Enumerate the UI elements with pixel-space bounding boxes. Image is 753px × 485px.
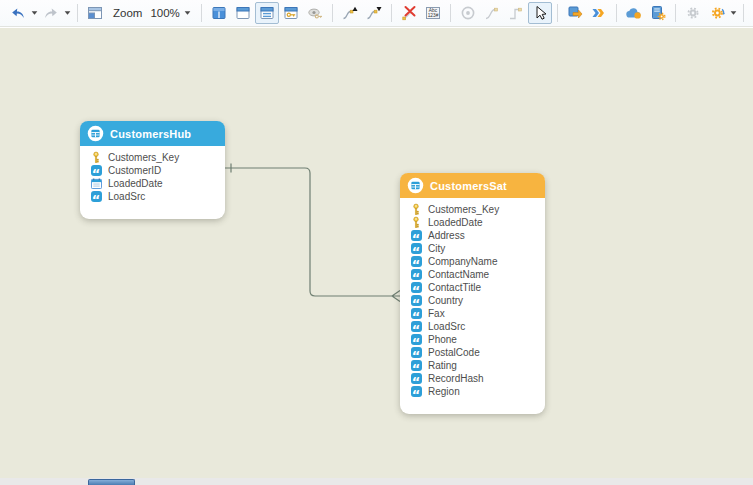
- cloud-sync-button[interactable]: [622, 2, 646, 24]
- entity-view-compact-button[interactable]: [207, 2, 231, 24]
- entity-column-row[interactable]: LoadedDate: [90, 177, 219, 190]
- column-name: Phone: [428, 334, 457, 345]
- column-name: City: [428, 243, 445, 254]
- select-pointer-button[interactable]: [528, 2, 552, 24]
- delete-connector-button[interactable]: [397, 2, 421, 24]
- text-icon: “: [410, 230, 422, 241]
- entity-view-columns-button[interactable]: [255, 2, 279, 24]
- overview-panel-button[interactable]: [83, 2, 107, 24]
- entity-column-row[interactable]: Customers_Key: [410, 203, 539, 216]
- entity-view-header-button[interactable]: [231, 2, 255, 24]
- entity-column-row[interactable]: LoadedDate: [410, 216, 539, 229]
- entity-column-row[interactable]: “City: [410, 242, 539, 255]
- minimized-window-tab[interactable]: [88, 479, 135, 485]
- merge-entities-icon: [591, 5, 607, 21]
- column-name: Address: [428, 230, 465, 241]
- key-icon: [410, 216, 422, 229]
- key-icon: [90, 151, 102, 164]
- entity-column-row[interactable]: “Country: [410, 294, 539, 307]
- text-icon: “: [410, 269, 422, 280]
- display-names-button[interactable]: Abc123#: [421, 2, 445, 24]
- connector-angled-icon: [508, 5, 524, 21]
- toolbar-separator: [675, 4, 676, 22]
- connector-up-icon: [342, 5, 358, 21]
- generate-document-button[interactable]: [646, 2, 670, 24]
- entity-column-row[interactable]: “Region: [410, 385, 539, 398]
- text-icon: “: [410, 282, 422, 293]
- column-name: Rating: [428, 360, 457, 371]
- entity-customershub[interactable]: CustomersHub Customers_Key“CustomerIDLoa…: [80, 121, 225, 219]
- column-name: Customers_Key: [428, 204, 499, 215]
- entity-column-row[interactable]: “Phone: [410, 333, 539, 346]
- data-modeling-tool-window: Zoom100%Abc123# CustomersHub Customers_K…: [0, 0, 753, 485]
- circle-icon: [460, 5, 476, 21]
- copy-entity-button[interactable]: [563, 2, 587, 24]
- entity-column-row[interactable]: “Address: [410, 229, 539, 242]
- show-keys-eye-icon: [307, 5, 323, 21]
- entity-name: CustomersSat: [430, 180, 507, 192]
- column-name: LoadedDate: [428, 217, 483, 228]
- entity-column-row[interactable]: “CompanyName: [410, 255, 539, 268]
- view-header-icon: [235, 5, 251, 21]
- copy-entity-icon: [567, 5, 583, 21]
- date-icon: [90, 178, 102, 189]
- column-name: PostalCode: [428, 347, 480, 358]
- route-connector-up-button[interactable]: [338, 2, 362, 24]
- text-icon: “: [410, 243, 422, 254]
- pointer-icon: [532, 5, 548, 21]
- column-name: CustomerID: [108, 165, 161, 176]
- angled-connector-button[interactable]: [504, 2, 528, 24]
- delete-connector-icon: [401, 5, 417, 21]
- text-icon: “: [410, 334, 422, 345]
- entity-columns-list: Customers_KeyLoadedDate“Address“City“Com…: [400, 198, 545, 414]
- entity-column-row[interactable]: Customers_Key: [90, 151, 219, 164]
- entity-column-row[interactable]: “CustomerID: [90, 164, 219, 177]
- entity-header[interactable]: CustomersSat: [400, 173, 545, 198]
- toolbar-separator: [616, 4, 617, 22]
- entity-header[interactable]: CustomersHub: [80, 121, 225, 146]
- zoom-region-button[interactable]: [749, 2, 753, 24]
- column-name: Country: [428, 295, 463, 306]
- document-gear-icon: [650, 5, 666, 21]
- redo-history-caret[interactable]: [63, 2, 72, 24]
- toolbar-separator: [391, 4, 392, 22]
- settings-button[interactable]: [681, 2, 705, 24]
- entity-column-row[interactable]: “RecordHash: [410, 372, 539, 385]
- entity-column-row[interactable]: “ContactName: [410, 268, 539, 281]
- redo-icon: [43, 5, 59, 21]
- diagram-canvas[interactable]: CustomersHub Customers_Key“CustomerIDLoa…: [0, 28, 753, 478]
- entity-columns-list: Customers_Key“CustomerIDLoadedDate“LoadS…: [80, 146, 225, 219]
- route-connector-down-button[interactable]: [362, 2, 386, 24]
- run-process-button[interactable]: [705, 2, 729, 24]
- text-icon: “: [90, 165, 102, 176]
- text-icon: “: [410, 386, 422, 397]
- connector-line: [224, 168, 392, 296]
- column-name: ContactTitle: [428, 282, 481, 293]
- show-keys-button[interactable]: [303, 2, 327, 24]
- svg-text:123#: 123#: [427, 13, 438, 18]
- entity-column-row[interactable]: “LoadSrc: [410, 320, 539, 333]
- curved-connector-button[interactable]: [480, 2, 504, 24]
- entity-view-keys-button[interactable]: [279, 2, 303, 24]
- entity-column-row[interactable]: “PostalCode: [410, 346, 539, 359]
- entity-customerssat[interactable]: CustomersSat Customers_KeyLoadedDate“Add…: [400, 173, 545, 414]
- run-options-caret[interactable]: [729, 2, 738, 24]
- zoom-caret: [183, 2, 192, 24]
- entity-column-row[interactable]: “Rating: [410, 359, 539, 372]
- entity-column-row[interactable]: “Fax: [410, 307, 539, 320]
- entity-column-row[interactable]: “LoadSrc: [90, 190, 219, 203]
- auto-layout-button[interactable]: [456, 2, 480, 24]
- zoom-value-dropdown[interactable]: 100%: [146, 0, 195, 26]
- relationship-connector[interactable]: [0, 28, 753, 478]
- cardinality-many-crowfoot: [392, 291, 400, 302]
- entity-column-row[interactable]: “ContactTitle: [410, 281, 539, 294]
- toolbar-separator: [77, 4, 78, 22]
- undo-button[interactable]: [6, 2, 30, 24]
- text-icon: “: [410, 321, 422, 332]
- undo-history-caret[interactable]: [30, 2, 39, 24]
- text-icon: “: [90, 191, 102, 202]
- redo-button[interactable]: [39, 2, 63, 24]
- merge-entities-button[interactable]: [587, 2, 611, 24]
- bottom-strip: [0, 478, 753, 485]
- gear-gray-icon: [685, 5, 701, 21]
